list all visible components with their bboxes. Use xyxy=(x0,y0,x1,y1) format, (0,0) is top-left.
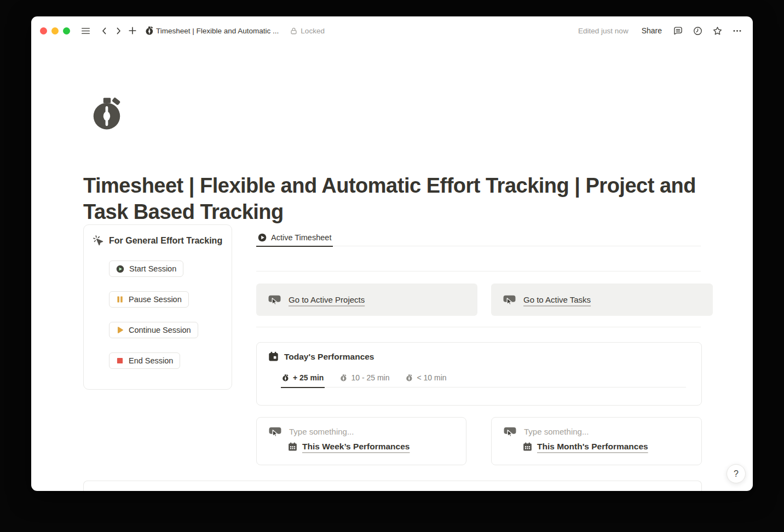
end-session-label: End Session xyxy=(129,356,173,365)
forward-icon[interactable] xyxy=(111,24,125,38)
stopwatch-icon xyxy=(340,374,347,381)
button-click-icon xyxy=(268,294,281,305)
calendar-grid-icon xyxy=(523,442,532,452)
history-icon[interactable] xyxy=(690,24,705,38)
go-to-active-tasks-block[interactable]: Go to Active Tasks xyxy=(491,284,713,316)
tab-10-25-min-label: 10 - 25 min xyxy=(351,373,389,382)
help-button[interactable]: ? xyxy=(727,464,746,483)
titlebar: Timesheet | Flexible and Automatic ... L… xyxy=(31,16,753,45)
button-click-icon xyxy=(503,294,516,305)
go-to-active-tasks-link[interactable]: Go to Active Tasks xyxy=(523,295,591,304)
continue-session-button[interactable]: Continue Session xyxy=(109,322,198,338)
week-link-row[interactable]: This Week’s Performances xyxy=(288,442,410,452)
general-card-header: For General Effort Tracking xyxy=(93,235,222,246)
calendar-grid-icon xyxy=(288,442,297,452)
play-icon xyxy=(116,326,124,334)
divider xyxy=(256,271,701,271)
duration-tab-bar: + 25 min 10 - 25 min xyxy=(281,368,686,388)
go-to-active-projects-link[interactable]: Go to Active Projects xyxy=(289,295,365,304)
share-button[interactable]: Share xyxy=(638,24,665,37)
type-something-placeholder[interactable]: Type something... xyxy=(524,427,589,436)
todays-performances-card: Today's Performances + 25 min xyxy=(256,342,702,406)
timesheet-tab-bar: Active Timesheet xyxy=(256,229,701,246)
calendar-icon xyxy=(268,351,279,362)
doc-title: Timesheet | Flexible and Automatic ... xyxy=(156,27,279,35)
stopwatch-icon xyxy=(406,374,413,381)
start-session-button[interactable]: Start Session xyxy=(109,261,183,277)
locked-status[interactable]: Locked xyxy=(290,27,325,35)
sidebar-toggle-icon[interactable] xyxy=(78,24,93,38)
card-input-row: Type something... xyxy=(269,426,354,437)
continue-session-label: Continue Session xyxy=(129,326,191,334)
todays-performances-title: Today's Performances xyxy=(284,352,374,362)
play-circle-icon xyxy=(258,233,267,242)
pause-icon xyxy=(116,296,124,303)
page-title[interactable]: Timesheet | Flexible and Automatic Effor… xyxy=(83,172,724,225)
traffic-lights xyxy=(40,27,70,34)
start-session-label: Start Session xyxy=(129,264,176,273)
tab-under-10-min-label: < 10 min xyxy=(417,373,446,382)
new-tab-icon[interactable] xyxy=(125,24,140,38)
page-stopwatch-icon[interactable] xyxy=(89,95,125,131)
play-circle-icon xyxy=(116,265,124,273)
divider xyxy=(256,327,701,327)
edited-status: Edited just now xyxy=(578,27,629,35)
month-link-row[interactable]: This Month's Performances xyxy=(523,442,648,452)
general-card-title: For General Effort Tracking xyxy=(109,236,222,246)
cursor-click-icon xyxy=(93,235,104,246)
next-section-partial-card xyxy=(83,481,702,491)
button-click-icon xyxy=(269,426,281,437)
more-options-icon[interactable] xyxy=(730,24,744,38)
titlebar-actions: Edited just now Share xyxy=(578,24,744,38)
this-weeks-performances-link[interactable]: This Week’s Performances xyxy=(302,442,410,452)
minimize-window-button[interactable] xyxy=(51,27,59,34)
stop-icon xyxy=(116,357,124,365)
tab-active-timesheet[interactable]: Active Timesheet xyxy=(256,229,333,247)
favorite-star-icon[interactable] xyxy=(710,24,724,38)
tab-10-25-min[interactable]: 10 - 25 min xyxy=(339,368,390,387)
doc-tab[interactable]: Timesheet | Flexible and Automatic ... xyxy=(145,26,282,35)
back-icon[interactable] xyxy=(97,24,111,38)
tab-plus-25-min[interactable]: + 25 min xyxy=(281,368,325,388)
locked-label: Locked xyxy=(301,27,325,35)
pause-session-button[interactable]: Pause Session xyxy=(109,291,189,308)
notion-window: Timesheet | Flexible and Automatic ... L… xyxy=(31,16,753,491)
tab-under-10-min[interactable]: < 10 min xyxy=(405,368,447,387)
card-input-row: Type something... xyxy=(504,426,589,437)
general-effort-card: For General Effort Tracking Start Sessio… xyxy=(83,224,232,390)
zoom-window-button[interactable] xyxy=(63,27,70,34)
desktop-background: Timesheet | Flexible and Automatic ... L… xyxy=(0,0,784,532)
comments-icon[interactable] xyxy=(671,24,685,38)
lock-icon xyxy=(290,27,298,35)
tab-plus-25-min-label: + 25 min xyxy=(293,373,324,382)
weekly-performances-card: Type something... This Week’s Performanc… xyxy=(256,417,466,465)
doc-stopwatch-icon xyxy=(145,26,154,35)
todays-performances-header: Today's Performances xyxy=(268,351,374,362)
close-window-button[interactable] xyxy=(40,27,47,34)
type-something-placeholder[interactable]: Type something... xyxy=(289,427,354,436)
go-to-active-projects-block[interactable]: Go to Active Projects xyxy=(256,284,477,316)
tab-active-timesheet-label: Active Timesheet xyxy=(271,233,331,242)
monthly-performances-card: Type something... This Month's Performan… xyxy=(491,417,702,465)
end-session-button[interactable]: End Session xyxy=(109,352,180,369)
pause-session-label: Pause Session xyxy=(129,295,182,304)
this-months-performances-link[interactable]: This Month's Performances xyxy=(537,442,648,452)
button-click-icon xyxy=(504,426,516,437)
stopwatch-icon xyxy=(282,374,289,381)
